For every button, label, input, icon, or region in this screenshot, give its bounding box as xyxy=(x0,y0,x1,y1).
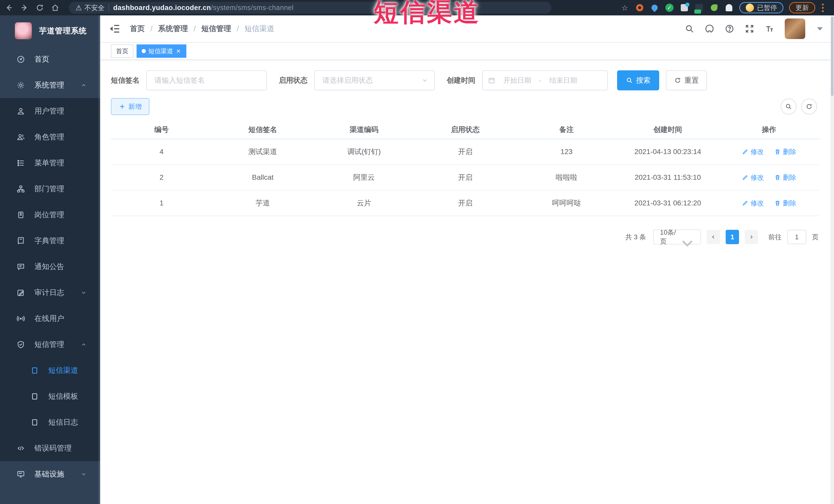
cell-remark: 啦啦啦 xyxy=(516,173,617,182)
extension-ghost-icon[interactable] xyxy=(724,3,733,12)
sidebar-item-dicts[interactable]: 字典管理 xyxy=(0,228,100,254)
end-date-input[interactable] xyxy=(544,76,583,85)
search-icon[interactable] xyxy=(685,24,694,34)
sidebar-item-label: 基础设施 xyxy=(35,469,64,479)
page-scrollbar[interactable] xyxy=(830,16,834,504)
delete-link[interactable]: 删除 xyxy=(774,173,796,182)
browser-forward-icon[interactable] xyxy=(18,2,31,13)
breadcrumb-current: 短信渠道 xyxy=(244,24,274,34)
font-size-icon[interactable] xyxy=(765,24,774,34)
caret-down-icon[interactable] xyxy=(817,27,823,30)
extension-pin-icon[interactable] xyxy=(650,3,659,12)
extension-onoff-icon[interactable] xyxy=(695,3,704,12)
sidebar-item-audit-logs[interactable]: 审计日志 xyxy=(0,280,100,306)
cell-sign: 测试渠道 xyxy=(212,147,313,157)
breadcrumb-system[interactable]: 系统管理 xyxy=(158,24,188,34)
edit-link[interactable]: 修改 xyxy=(742,173,764,182)
search-icon xyxy=(626,77,633,84)
document-icon xyxy=(30,418,39,427)
bookmark-star-icon[interactable]: ☆ xyxy=(620,3,630,12)
browser-home-icon[interactable] xyxy=(49,2,62,13)
edit-link-label: 修改 xyxy=(751,199,764,208)
tag-home[interactable]: 首页 xyxy=(111,44,133,58)
sidebar-item-label: 在线用户 xyxy=(35,313,64,324)
scrollbar-thumb[interactable] xyxy=(831,17,833,96)
goto-page-input[interactable] xyxy=(787,230,806,244)
status-select[interactable]: 请选择启用状态 xyxy=(314,70,435,90)
question-icon[interactable] xyxy=(725,24,734,34)
browser-reload-icon[interactable] xyxy=(34,2,46,13)
cell-code: 阿里云 xyxy=(313,173,415,182)
breadcrumb-home[interactable]: 首页 xyxy=(130,24,145,34)
sidebar-item-label: 首页 xyxy=(35,54,49,64)
sidebar-item-error-codes[interactable]: 错误码管理 xyxy=(0,435,100,461)
sidebar-collapse-icon[interactable] xyxy=(109,23,120,35)
status-label: 启用状态 xyxy=(279,75,308,85)
edit-link[interactable]: 修改 xyxy=(742,147,764,156)
date-range-picker[interactable]: - xyxy=(482,70,608,90)
paused-label: 已暂停 xyxy=(757,3,777,12)
browser-back-icon[interactable] xyxy=(3,2,16,13)
show-search-button[interactable] xyxy=(781,98,796,114)
refresh-table-button[interactable] xyxy=(801,98,817,114)
sidebar-item-sms[interactable]: 短信管理 xyxy=(0,331,100,357)
sidebar-item-online-users[interactable]: 在线用户 xyxy=(0,306,100,331)
delete-link[interactable]: 删除 xyxy=(774,147,796,156)
browser-update-button[interactable]: 更新 xyxy=(789,2,815,13)
sidebar-item-label: 角色管理 xyxy=(35,132,64,142)
delete-link-label: 删除 xyxy=(783,173,796,182)
browser-address-bar[interactable]: ⚠ 不安全 dashboard.yudao.iocoder.cn/system/… xyxy=(69,2,551,14)
extension-grid-icon[interactable] xyxy=(680,3,689,12)
column-header: 操作 xyxy=(719,125,820,134)
fullscreen-icon[interactable] xyxy=(745,24,754,34)
sign-input[interactable] xyxy=(146,70,267,90)
sidebar-item-roles[interactable]: 角色管理 xyxy=(0,124,100,150)
extension-leaf-icon[interactable] xyxy=(709,3,719,12)
next-page-button[interactable] xyxy=(745,230,758,244)
reset-button[interactable]: 重置 xyxy=(666,70,707,90)
gear-icon xyxy=(17,81,25,90)
sidebar-item-sms-channel[interactable]: 短信渠道 xyxy=(0,357,100,383)
close-icon[interactable] xyxy=(176,48,181,54)
extension-check-icon[interactable]: ✓ xyxy=(665,3,674,12)
browser-menu-icon[interactable] xyxy=(822,4,824,12)
tag-sms-channel[interactable]: 短信渠道 xyxy=(136,44,186,58)
status-select-placeholder: 请选择启用状态 xyxy=(323,75,421,85)
start-date-input[interactable] xyxy=(498,76,536,85)
security-chip[interactable]: ⚠ 不安全 xyxy=(75,3,105,12)
table-toolbar: 新增 xyxy=(111,98,820,115)
github-icon[interactable] xyxy=(705,24,715,34)
column-header: 创建时间 xyxy=(617,125,718,134)
list-icon xyxy=(17,159,25,168)
cell-sign: 芋道 xyxy=(212,198,313,208)
edit-link[interactable]: 修改 xyxy=(742,199,764,208)
sidebar-item-label: 系统管理 xyxy=(35,80,64,90)
plus-icon xyxy=(118,103,126,110)
sidebar-item-system[interactable]: 系统管理 xyxy=(0,72,100,98)
sidebar-item-sms-log[interactable]: 短信日志 xyxy=(0,409,100,435)
column-header: 备注 xyxy=(516,125,617,134)
search-button[interactable]: 搜索 xyxy=(617,70,659,90)
sidebar-item-depts[interactable]: 部门管理 xyxy=(0,176,100,202)
add-button[interactable]: 新增 xyxy=(111,98,149,115)
user-avatar[interactable] xyxy=(785,19,805,39)
add-button-label: 新增 xyxy=(128,102,142,111)
chevron-up-icon xyxy=(81,342,87,348)
app-logo-row[interactable]: 芋道管理系统 xyxy=(0,16,100,46)
sidebar-item-notices[interactable]: 通知公告 xyxy=(0,254,100,280)
delete-link[interactable]: 删除 xyxy=(774,199,796,208)
paused-extension-pill[interactable]: 已暂停 xyxy=(739,2,784,13)
sidebar-item-infrastructure[interactable]: 基础设施 xyxy=(0,461,100,487)
page-size-select[interactable]: 10条/页 xyxy=(653,229,701,244)
sidebar-item-posts[interactable]: 岗位管理 xyxy=(0,202,100,228)
page-number-1[interactable]: 1 xyxy=(726,230,739,244)
breadcrumb-sms[interactable]: 短信管理 xyxy=(201,24,231,34)
sidebar-item-home[interactable]: 首页 xyxy=(0,46,100,72)
extension-orange-icon[interactable] xyxy=(635,3,644,12)
url-text[interactable]: dashboard.yudao.iocoder.cn/system/sms/sm… xyxy=(113,4,294,12)
sidebar-item-label: 短信渠道 xyxy=(48,365,78,376)
sidebar-item-sms-template[interactable]: 短信模板 xyxy=(0,383,100,409)
sidebar-item-menus[interactable]: 菜单管理 xyxy=(0,150,100,176)
sidebar-item-users[interactable]: 用户管理 xyxy=(0,98,100,124)
prev-page-button[interactable] xyxy=(707,230,720,244)
